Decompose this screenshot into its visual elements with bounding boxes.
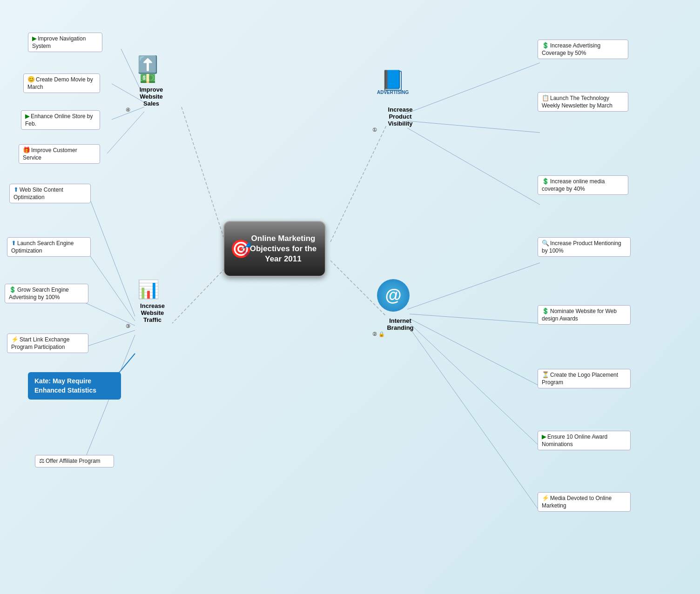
center-node: 🎯 Online Marketing Objectives for the Ye…: [223, 221, 326, 277]
leaf-nominate-website: 💲Nominate Website for Web design Awards: [538, 305, 631, 325]
leaf-increase-advertising-coverage: 💲Increase Advertising Coverage by 50%: [538, 40, 628, 59]
leaf-grow-search-advertising: 💲Grow Search Engine Advertising by 100%: [5, 284, 88, 303]
leaf-link-exchange: ⚡Start Link Exchange Program Participati…: [7, 334, 88, 353]
svg-line-15: [407, 263, 540, 309]
increase-product-visibility-icon: 📘 ADVERTISING: [377, 69, 409, 95]
increase-website-traffic-icon: 📊: [137, 279, 159, 300]
internet-branding-label: InternetBranding ② 🔒: [372, 317, 428, 337]
svg-line-18: [410, 323, 540, 447]
leaf-launch-seo: ⬆Launch Search Engine Optimization: [7, 237, 91, 257]
svg-line-14: [407, 128, 540, 205]
internet-branding-icon: @: [377, 279, 410, 312]
leaf-logo-placement: ⏳Create the Logo Placement Program: [538, 369, 631, 388]
improve-website-sales-label: ImproveWebsiteSales ④: [126, 86, 177, 113]
leaf-create-demo-movie: 😊Create Demo Movie by March: [23, 73, 100, 93]
leaf-online-award-nominations: ▶Ensure 10 Online Award Nominations: [538, 431, 631, 450]
svg-line-21: [81, 335, 135, 467]
svg-line-7: [107, 112, 144, 154]
leaf-improve-customer-service: 🎁Improve Customer Service: [19, 144, 100, 164]
svg-line-2: [330, 126, 386, 242]
leaf-website-content-optimization: ⬆Web Site Content Optimization: [9, 184, 91, 203]
svg-line-8: [88, 195, 135, 316]
svg-line-19: [410, 328, 540, 512]
svg-line-17: [410, 319, 540, 386]
leaf-offer-affiliate: ⚖Offer Affiliate Program: [35, 455, 114, 467]
leaf-enhance-online-store: ▶Enhance Online Store by Feb.: [21, 110, 100, 130]
svg-line-16: [410, 314, 540, 323]
increase-website-traffic-label: IncreaseWebsiteTraffic ③: [126, 302, 179, 329]
leaf-improve-navigation: ▶Improve Navigation System: [28, 33, 102, 52]
kate-callout: Kate: May Require Enhanced Statistics: [28, 372, 121, 400]
svg-line-1: [172, 265, 228, 323]
improve-website-sales-icon: ⬆️ 💵: [137, 55, 158, 86]
leaf-increase-product-mentioning: 🔍Increase Product Mentioning by 100%: [538, 237, 631, 257]
leaf-technology-newsletter: 📋Launch The Technology Weekly Newsletter…: [538, 92, 628, 112]
increase-product-visibility-label: IncreaseProductVisibility ①: [372, 106, 428, 133]
leaf-media-devoted: ⚡Media Devoted to Online Marketing: [538, 492, 631, 512]
svg-line-11: [86, 330, 135, 347]
svg-line-0: [182, 107, 228, 251]
leaf-online-media-coverage: 💲Increase online media coverage by 40%: [538, 175, 628, 195]
